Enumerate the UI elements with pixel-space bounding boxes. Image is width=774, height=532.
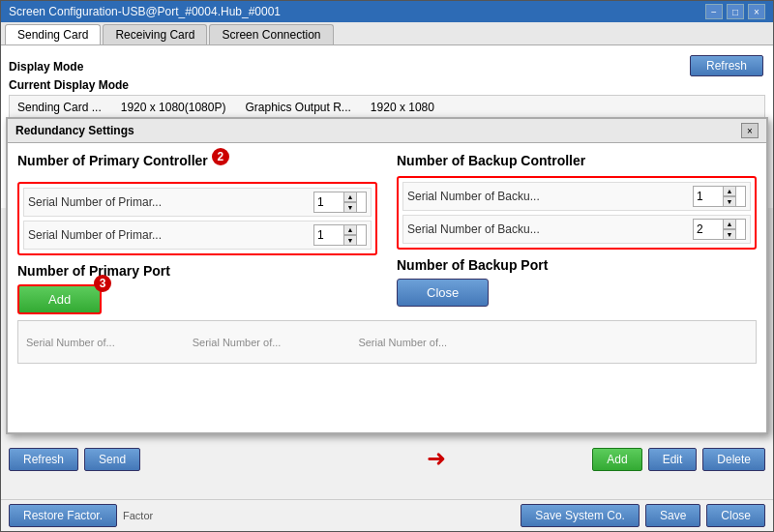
- table-row: Serial Number of Primar... ▲ ▼: [23, 221, 372, 250]
- dialog-body: Number of Primary Controller 2 Serial Nu…: [8, 143, 766, 373]
- primary-row-2-label: Serial Number of Primar...: [28, 228, 308, 242]
- factor-label: Factor: [123, 504, 153, 527]
- window-title: Screen Configuration-USB@Port_#0004.Hub_…: [9, 5, 281, 18]
- sending-card-label: Sending Card ...: [17, 101, 102, 114]
- backup-row-2-input[interactable]: ▲ ▼: [693, 219, 746, 240]
- table-row: Serial Number of Primar... ▲ ▼: [23, 188, 372, 217]
- tab-receiving-card[interactable]: Receiving Card: [103, 24, 207, 44]
- primary-column: Number of Primary Controller 2 Serial Nu…: [17, 153, 377, 314]
- footer-bar: Restore Factor. Factor Save System Co. S…: [1, 499, 773, 531]
- primary-row-2-field[interactable]: [314, 227, 343, 243]
- add-button-dialog[interactable]: Add: [17, 284, 102, 314]
- backup-row-1-label: Serial Number of Backu...: [407, 190, 687, 203]
- table-row: Serial Number of Backu... ▲ ▼: [402, 182, 751, 211]
- backup-row-1-field[interactable]: [694, 189, 723, 204]
- delete-button[interactable]: Delete: [702, 448, 765, 471]
- arrow-annotation: ➜: [427, 445, 446, 472]
- primary-port-header: Number of Primary Port: [17, 263, 377, 279]
- bottom-right-buttons: Add Edit Delete: [592, 448, 765, 471]
- save-system-button[interactable]: Save System Co.: [521, 504, 640, 527]
- restore-factor-button[interactable]: Restore Factor.: [9, 504, 117, 527]
- tab-sending-card[interactable]: Sending Card: [5, 24, 101, 44]
- graphics-label: Graphics Output R...: [245, 101, 350, 114]
- graphics-value: 1920 x 1080: [371, 101, 434, 114]
- backup-controller-header: Number of Backup Controller: [397, 153, 757, 168]
- dialog-title-bar: Redundancy Settings ×: [8, 119, 766, 143]
- p1-up[interactable]: ▲: [343, 192, 357, 202]
- footer-right-buttons: Save System Co. Save Close: [521, 504, 765, 527]
- primary-controller-header: Number of Primary Controller: [17, 153, 208, 168]
- minimize-button[interactable]: −: [705, 4, 723, 19]
- edit-button[interactable]: Edit: [648, 448, 698, 471]
- close-button-footer[interactable]: Close: [706, 504, 765, 527]
- bottom-toolbar: Refresh Send Add Edit Delete: [1, 442, 773, 477]
- dialog-title: Redundancy Settings: [15, 124, 134, 137]
- b2-up[interactable]: ▲: [723, 219, 736, 229]
- save-button-footer[interactable]: Save: [645, 504, 700, 527]
- b2-down[interactable]: ▼: [723, 229, 736, 240]
- primary-row-1-field[interactable]: [314, 194, 343, 210]
- table-row: Serial Number of Backu... ▲ ▼: [402, 215, 751, 244]
- send-button[interactable]: Send: [84, 448, 140, 471]
- b1-down[interactable]: ▼: [723, 196, 736, 207]
- display-mode-label: Display Mode: [9, 60, 83, 74]
- scroll-col1: Serial Number of...: [26, 337, 115, 348]
- dialog-scroll-area: Serial Number of... Serial Number of... …: [17, 320, 757, 364]
- p2-down[interactable]: ▼: [343, 235, 357, 246]
- backup-port-header: Number of Backup Port: [397, 257, 757, 273]
- sending-card-value: 1920 x 1080(1080P): [121, 101, 226, 114]
- dialog-close-x[interactable]: ×: [741, 123, 759, 138]
- tab-bar: Sending Card Receiving Card Screen Conne…: [1, 22, 773, 45]
- primary-rows-container: Serial Number of Primar... ▲ ▼ Serial Nu…: [17, 182, 377, 255]
- close-button[interactable]: ×: [748, 4, 765, 19]
- backup-row-1-input[interactable]: ▲ ▼: [693, 186, 746, 207]
- refresh-button-bottom[interactable]: Refresh: [9, 448, 78, 471]
- dialog-columns: Number of Primary Controller 2 Serial Nu…: [17, 153, 757, 314]
- p1-down[interactable]: ▼: [343, 202, 357, 213]
- b1-up[interactable]: ▲: [723, 186, 736, 196]
- backup-row-2-label: Serial Number of Backu...: [407, 222, 687, 236]
- maximize-button[interactable]: □: [727, 4, 744, 19]
- primary-row-1-input[interactable]: ▲ ▼: [313, 192, 367, 213]
- scroll-col2: Serial Number of...: [193, 337, 282, 348]
- window-controls: − □ ×: [705, 4, 765, 19]
- current-display-label: Current Display Mode: [9, 78, 765, 92]
- badge-2: 2: [212, 148, 229, 165]
- backup-row-2-field[interactable]: [694, 222, 723, 237]
- backup-column: Number of Backup Controller Serial Numbe…: [397, 153, 757, 314]
- tab-screen-connection[interactable]: Screen Connection: [209, 24, 333, 44]
- primary-row-1-label: Serial Number of Primar...: [28, 195, 308, 209]
- badge-3: 3: [94, 275, 111, 292]
- bottom-toolbar-area: Refresh Send Add Edit Delete ➜: [1, 442, 773, 477]
- primary-row-2-input[interactable]: ▲ ▼: [313, 224, 367, 246]
- refresh-button-top[interactable]: Refresh: [690, 55, 763, 76]
- p2-up[interactable]: ▲: [343, 224, 357, 235]
- close-dialog-button[interactable]: Close: [397, 279, 489, 307]
- add-button-main[interactable]: Add: [592, 448, 641, 471]
- title-bar: Screen Configuration-USB@Port_#0004.Hub_…: [1, 1, 773, 22]
- redundancy-dialog: Redundancy Settings × Number of Primary …: [6, 117, 768, 434]
- backup-rows-container: Serial Number of Backu... ▲ ▼ Serial Num…: [397, 176, 757, 250]
- scroll-col3: Serial Number of...: [358, 337, 447, 348]
